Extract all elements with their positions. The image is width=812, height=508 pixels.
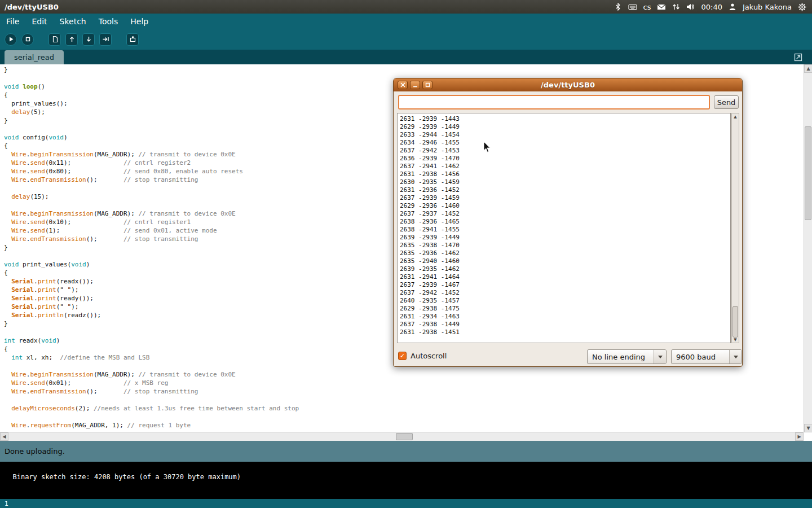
serial-output-line: 2639 -2939 -1449	[400, 234, 728, 242]
code-line	[4, 413, 804, 421]
serial-output-line: 2635 -2938 -1470	[400, 242, 728, 249]
close-button[interactable]	[398, 81, 408, 89]
serial-output-line: 2638 -2941 -1455	[400, 226, 728, 234]
ubuntu-top-panel: /dev/ttyUSB0 cs 00:40 Jakub Kakona	[0, 0, 812, 14]
menu-item-sketch[interactable]: Sketch	[54, 15, 92, 28]
menu-item-edit[interactable]: Edit	[25, 15, 53, 28]
bluetooth-icon[interactable]	[614, 3, 622, 11]
serial-output-line: 2631 -2936 -1452	[400, 186, 728, 194]
editor-horizontal-scrollbar[interactable]: ◀ ▶	[0, 432, 804, 441]
right-arrow-icon	[103, 38, 107, 41]
clock[interactable]: 00:40	[701, 3, 722, 11]
scroll-up-arrow[interactable]: ▲	[804, 64, 812, 73]
line-number-strip: 1	[0, 499, 812, 508]
menu-bar: FileEditSketchToolsHelp	[0, 14, 812, 29]
maximize-button[interactable]	[422, 81, 433, 89]
console-message: Binary sketch size: 4208 bytes (of a 307…	[12, 473, 241, 481]
stop-icon	[26, 38, 29, 41]
minimize-button[interactable]	[410, 81, 420, 89]
baud-dropdown-button[interactable]	[729, 350, 742, 364]
serial-output-line: 2637 -2942 -1453	[400, 147, 728, 155]
output-scroll-down-arrow[interactable]: ▼	[732, 336, 739, 343]
serial-output-scrollbar[interactable]: ▲ ▼	[731, 113, 739, 343]
serial-monitor-title: /dev/ttyUSB0	[394, 81, 742, 89]
scroll-left-arrow[interactable]: ◀	[0, 432, 8, 441]
line-ending-select[interactable]: No line ending	[587, 349, 667, 364]
chevron-down-icon	[658, 356, 663, 358]
network-sync-icon[interactable]	[672, 3, 680, 11]
serial-output-line: 2631 -2939 -1443	[400, 115, 728, 123]
serial-output-line: 2637 -2939 -1459	[400, 194, 728, 202]
serial-output-line: 2635 -2936 -1462	[400, 249, 728, 257]
serial-output-line: 2631 -2934 -1463	[400, 313, 728, 321]
console-output: Binary sketch size: 4208 bytes (of a 307…	[0, 462, 812, 499]
serial-output-line: 2629 -2939 -1449	[400, 123, 728, 131]
tab-menu-button[interactable]	[793, 52, 803, 62]
serial-output-line: 2634 -2946 -1455	[400, 139, 728, 147]
serial-monitor-icon	[132, 37, 134, 38]
code-line: Wire.endTransmission(); // stop transmit…	[4, 387, 804, 396]
volume-icon[interactable]	[686, 3, 695, 11]
line-ending-value: No line ending	[588, 350, 654, 364]
serial-output-line: 2637 -2937 -1452	[400, 210, 728, 218]
username[interactable]: Jakub Kakona	[743, 3, 792, 11]
send-button[interactable]: Send	[714, 95, 739, 109]
serial-output-line: 2630 -2935 -1459	[400, 178, 728, 186]
menu-items: FileEditSketchToolsHelp	[0, 15, 155, 28]
scroll-down-arrow[interactable]: ▼	[804, 424, 812, 432]
menu-item-help[interactable]: Help	[124, 15, 155, 28]
check-icon: ✓	[400, 353, 405, 359]
serial-send-input[interactable]	[398, 95, 710, 110]
serial-output-line: 2637 -2941 -1462	[400, 163, 728, 170]
baud-rate-select[interactable]: 9600 baud	[671, 349, 742, 364]
serial-output-line: 2629 -2938 -1475	[400, 305, 728, 313]
tab-label: serial_read	[14, 53, 54, 62]
serial-output-line: 2639 -2935 -1462	[400, 265, 728, 273]
serial-output-line: 2636 -2939 -1470	[400, 155, 728, 163]
serial-monitor-button[interactable]	[126, 33, 139, 46]
serial-output-line: 2629 -2936 -1460	[400, 202, 728, 210]
window-title: /dev/ttyUSB0	[0, 3, 59, 11]
chevron-down-icon	[734, 356, 738, 358]
serial-output-line: 2637 -2942 -1452	[400, 289, 728, 297]
autoscroll-checkbox[interactable]: ✓	[398, 352, 407, 360]
mail-icon[interactable]	[657, 3, 666, 11]
code-line	[4, 396, 804, 404]
keyboard-layout-indicator[interactable]: cs	[643, 3, 651, 11]
toolbar	[0, 29, 812, 50]
user-icon[interactable]	[729, 3, 736, 11]
verify-button[interactable]	[5, 33, 17, 46]
serial-output-line: 2631 -2938 -1451	[400, 329, 728, 336]
down-arrow-icon	[87, 37, 90, 41]
tab-bar: serial_read	[0, 50, 812, 64]
keyboard-icon[interactable]	[628, 3, 637, 11]
new-button[interactable]	[48, 33, 61, 46]
stop-button[interactable]	[21, 33, 34, 46]
gear-icon[interactable]	[798, 3, 806, 11]
editor-vertical-scrollbar[interactable]: ▲ ▼	[804, 64, 812, 432]
serial-output[interactable]: 2631 -2939 -14432629 -2939 -14492633 -29…	[397, 113, 731, 343]
menu-item-file[interactable]: File	[0, 15, 25, 28]
status-bar: Done uploading.	[0, 441, 812, 462]
vertical-scroll-thumb[interactable]	[805, 126, 811, 220]
tab-serial-read[interactable]: serial_read	[5, 50, 64, 64]
menu-item-tools[interactable]: Tools	[92, 15, 125, 28]
upload-button[interactable]	[99, 33, 112, 46]
save-button[interactable]	[82, 33, 95, 46]
open-button[interactable]	[65, 33, 78, 46]
line-ending-dropdown-button[interactable]	[654, 350, 666, 364]
serial-monitor-controls: ✓ Autoscroll No line ending 9600 baud	[397, 348, 740, 365]
maximize-icon	[426, 84, 429, 87]
horizontal-scroll-thumb[interactable]	[396, 433, 413, 440]
serial-output-line: 2635 -2940 -1460	[400, 257, 728, 265]
serial-output-line: 2633 -2944 -1454	[400, 131, 728, 139]
status-message: Done uploading.	[5, 447, 65, 456]
send-button-label: Send	[717, 98, 736, 107]
serial-monitor-titlebar[interactable]: /dev/ttyUSB0	[394, 78, 742, 91]
output-scroll-thumb[interactable]	[732, 306, 738, 338]
output-scroll-up-arrow[interactable]: ▲	[732, 113, 739, 120]
scroll-right-arrow[interactable]: ▶	[795, 432, 804, 441]
line-indicator: 1	[5, 500, 8, 507]
serial-output-line: 2631 -2938 -1456	[400, 170, 728, 178]
serial-output-line: 2631 -2941 -1464	[400, 273, 728, 281]
